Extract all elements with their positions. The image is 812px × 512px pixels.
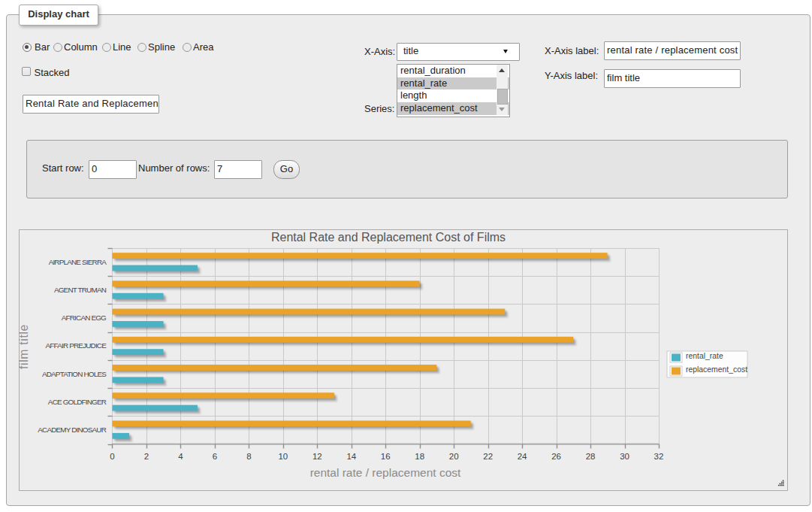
svg-text:12: 12 — [312, 452, 322, 461]
svg-text:26: 26 — [551, 452, 561, 461]
svg-text:22: 22 — [483, 452, 493, 461]
svg-text:32: 32 — [654, 452, 664, 461]
svg-text:14: 14 — [346, 452, 356, 461]
svg-text:8: 8 — [246, 452, 251, 461]
svg-text:6: 6 — [213, 452, 217, 461]
svg-text:20: 20 — [449, 452, 459, 461]
svg-text:film title: film title — [19, 324, 30, 369]
svg-text:AFRICAN EGG: AFRICAN EGG — [62, 314, 106, 322]
svg-text:24: 24 — [518, 452, 527, 461]
svg-text:30: 30 — [620, 452, 629, 461]
svg-text:replacement_cost: replacement_cost — [686, 365, 747, 374]
svg-text:16: 16 — [381, 452, 391, 461]
svg-text:rental_rate: rental_rate — [686, 352, 723, 360]
svg-text:ADAPTATION HOLES: ADAPTATION HOLES — [42, 370, 107, 378]
svg-text:28: 28 — [586, 452, 596, 461]
svg-text:AIRPLANE SIERRA: AIRPLANE SIERRA — [49, 258, 107, 266]
svg-text:4: 4 — [178, 452, 183, 461]
svg-text:ACE GOLDFINGER: ACE GOLDFINGER — [48, 398, 107, 406]
svg-text:AFFAIR PREJUDICE: AFFAIR PREJUDICE — [46, 341, 107, 350]
svg-text:AGENT TRUMAN: AGENT TRUMAN — [54, 286, 107, 294]
svg-text:2: 2 — [144, 452, 149, 461]
svg-text:10: 10 — [278, 452, 288, 461]
svg-text:18: 18 — [415, 452, 424, 461]
svg-text:ACADEMY DINOSAUR: ACADEMY DINOSAUR — [38, 426, 106, 434]
svg-text:0: 0 — [110, 452, 114, 461]
svg-text:rental rate / replacement cost: rental rate / replacement cost — [310, 466, 461, 479]
svg-text:Rental Rate and Replacement Co: Rental Rate and Replacement Cost of Film… — [271, 231, 506, 244]
